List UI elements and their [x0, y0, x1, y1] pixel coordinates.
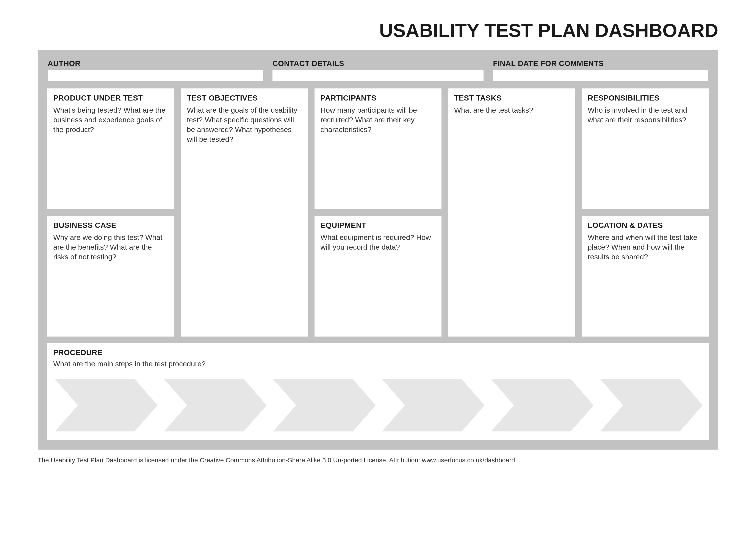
card-test-tasks[interactable]: TEST TASKS What are the test tasks?: [448, 88, 575, 337]
procedure-step-arrow[interactable]: [55, 379, 158, 432]
card-text: How many participants will be recruited?…: [321, 105, 436, 134]
card-text: What equipment is required? How will you…: [321, 233, 436, 252]
meta-final-date-field[interactable]: [493, 70, 708, 81]
card-title: EQUIPMENT: [321, 221, 436, 230]
procedure-step-arrow[interactable]: [164, 379, 267, 432]
meta-contact: CONTACT DETAILS: [268, 59, 488, 81]
card-procedure[interactable]: PROCEDURE What are the main steps in the…: [47, 343, 709, 440]
card-product-under-test[interactable]: PRODUCT UNDER TEST What's being tested? …: [47, 88, 175, 209]
license-text: The Usability Test Plan Dashboard is lic…: [38, 457, 718, 464]
card-text: What's being tested? What are the busine…: [53, 105, 168, 134]
card-title: PROCEDURE: [53, 348, 703, 357]
card-grid: PRODUCT UNDER TEST What's being tested? …: [47, 88, 709, 337]
card-text: What are the main steps in the test proc…: [53, 359, 703, 369]
svg-marker-4: [491, 379, 594, 432]
card-location-dates[interactable]: LOCATION & DATES Where and when will the…: [581, 216, 709, 337]
meta-final-date: FINAL DATE FOR COMMENTS: [488, 59, 709, 81]
card-title: PARTICIPANTS: [321, 94, 436, 102]
meta-final-date-label: FINAL DATE FOR COMMENTS: [493, 59, 708, 68]
page-title: USABILITY TEST PLAN DASHBOARD: [38, 19, 718, 42]
svg-marker-2: [273, 379, 376, 432]
card-title: RESPONSIBILITIES: [588, 94, 703, 102]
card-title: LOCATION & DATES: [588, 221, 703, 230]
procedure-step-arrow[interactable]: [382, 379, 485, 432]
procedure-step-arrow[interactable]: [273, 379, 376, 432]
svg-marker-3: [382, 379, 485, 432]
dashboard-canvas: AUTHOR CONTACT DETAILS FINAL DATE FOR CO…: [38, 50, 718, 450]
card-text: What are the test tasks?: [454, 105, 569, 115]
meta-author-label: AUTHOR: [48, 59, 263, 68]
page: USABILITY TEST PLAN DASHBOARD AUTHOR CON…: [0, 0, 756, 535]
svg-marker-5: [600, 379, 703, 432]
card-text: Why are we doing this test? What are the…: [53, 233, 168, 262]
card-text: Who is involved in the test and what are…: [588, 105, 703, 125]
card-equipment[interactable]: EQUIPMENT What equipment is required? Ho…: [314, 216, 442, 337]
card-title: TEST TASKS: [454, 94, 569, 102]
meta-author-field[interactable]: [48, 70, 263, 81]
card-participants[interactable]: PARTICIPANTS How many participants will …: [314, 88, 442, 209]
meta-row: AUTHOR CONTACT DETAILS FINAL DATE FOR CO…: [47, 59, 709, 81]
procedure-step-arrow[interactable]: [600, 379, 703, 432]
meta-author: AUTHOR: [47, 59, 268, 81]
card-test-objectives[interactable]: TEST OBJECTIVES What are the goals of th…: [181, 88, 308, 337]
card-business-case[interactable]: BUSINESS CASE Why are we doing this test…: [47, 216, 175, 337]
card-text: What are the goals of the usability test…: [187, 105, 302, 144]
card-title: TEST OBJECTIVES: [187, 94, 302, 102]
meta-contact-field[interactable]: [273, 70, 483, 81]
card-title: PRODUCT UNDER TEST: [53, 94, 168, 102]
card-text: Where and when will the test take place?…: [588, 233, 703, 262]
card-responsibilities[interactable]: RESPONSIBILITIES Who is involved in the …: [581, 88, 709, 209]
card-title: BUSINESS CASE: [53, 221, 168, 230]
svg-marker-1: [164, 379, 267, 432]
procedure-step-arrow[interactable]: [491, 379, 594, 432]
meta-contact-label: CONTACT DETAILS: [273, 59, 483, 68]
svg-marker-0: [55, 379, 158, 432]
procedure-steps: [53, 379, 703, 432]
